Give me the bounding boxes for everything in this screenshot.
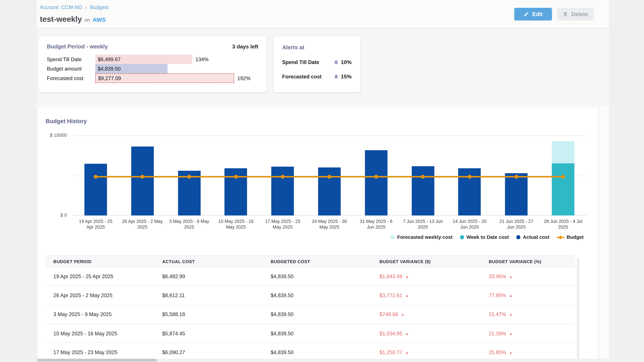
table-row: 19 Apr 2025 - 25 Apr 2025$6,482.99$4,839…: [46, 267, 576, 286]
chart-x-label: 28 Jun 2025 - 4 Jul 2025: [540, 218, 586, 230]
budget-line-point: [94, 175, 98, 179]
legend-label: Actual cost: [523, 234, 550, 240]
table-cell-actual: $6,482.99: [154, 274, 263, 279]
days-left-label: 3 days left: [232, 43, 258, 50]
legend-line-diamond-icon: [557, 235, 564, 239]
bell-icon: [334, 59, 339, 65]
chart-x-label: 7 Jun 2025 - 13 Jun 2025: [400, 218, 446, 230]
breadcrumb-account-link[interactable]: Account: CCM-NG: [40, 4, 82, 10]
budget-row-bar: $9,277.09: [95, 73, 234, 83]
budget-line-point: [468, 175, 472, 179]
variance-up-icon: ▲: [405, 351, 409, 355]
provider-label: AWS: [92, 16, 106, 23]
table-column-header: BUDGETED COST: [263, 259, 372, 264]
table-cell-actual: $5,588.18: [154, 312, 263, 317]
table-cell-period: 3 May 2025 - 9 May 2025: [46, 312, 154, 317]
page-title: test-weekly: [40, 15, 82, 24]
table-cell-actual: $8,612.11: [154, 293, 263, 298]
delete-button-label: Delete: [572, 11, 588, 17]
table-cell-actual: $5,874.45: [154, 331, 263, 336]
horizontal-scrollbar-thumb[interactable]: [37, 359, 157, 362]
chart-x-label: 19 Apr 2025 - 25 Apr 2025: [72, 218, 119, 230]
table-cell-variance_usd: $748.68▲: [372, 312, 481, 317]
chart-x-label: 21 Jun 2025 - 27 Jun 2025: [493, 218, 540, 230]
y-axis-tick-10000: $ 10000: [38, 133, 67, 137]
budget-row-bar-zone: $4,839.50: [95, 64, 168, 73]
edit-button[interactable]: Edit: [514, 8, 552, 21]
y-axis-tick-0: $ 0: [38, 213, 67, 218]
chart-x-labels: 19 Apr 2025 - 25 Apr 202526 Apr 2025 - 2…: [72, 218, 586, 230]
variance-up-icon: ▲: [509, 274, 512, 278]
table-cell-variance_usd: $1,643.49▲: [372, 274, 481, 279]
table-row: 10 May 2025 - 16 May 2025$5,874.45$4,839…: [46, 324, 576, 343]
delete-button[interactable]: Delete: [557, 8, 594, 21]
budget-period-card-header: Budget Period - weekly 3 days left: [47, 43, 258, 50]
table-cell-variance_usd: $1,034.95▲: [372, 331, 481, 336]
legend-diamond: [558, 235, 562, 239]
chart-x-label: 10 May 2025 - 16 May 2025: [212, 218, 259, 230]
breadcrumb-budgets-link[interactable]: Budgets: [90, 4, 109, 10]
variance-up-icon: ▲: [405, 294, 409, 298]
budget-period-row: Forecasted cost$9,277.09192%: [47, 73, 258, 83]
table-scrollbar[interactable]: [577, 258, 579, 362]
table-cell-variance_pct: 33.96%▲: [481, 274, 576, 279]
chart-plot-area: [72, 135, 586, 216]
budget-row-label: Budget amount: [47, 64, 95, 73]
breadcrumb: Account: CCM-NG › Budgets: [40, 4, 109, 10]
table-row: 26 Apr 2025 - 2 May 2025$8,612.11$4,839.…: [46, 286, 576, 305]
variance-up-icon: ▲: [405, 274, 409, 278]
chart-x-label: 24 May 2025 - 30 May 2025: [306, 218, 353, 230]
legend-dot-icon: [390, 235, 394, 239]
budget-line-point: [140, 175, 144, 179]
alert-threshold: 10%: [334, 59, 352, 65]
table-cell-variance_pct: 77.95%▲: [481, 293, 576, 298]
budget-line-point: [421, 175, 425, 179]
alert-row: Spend Till Date10%: [282, 59, 352, 65]
alert-label: Spend Till Date: [282, 59, 319, 65]
budget-period-row: Budget amount$4,839.50: [47, 64, 258, 73]
alert-value: 15%: [341, 73, 352, 80]
budget-row-value: $6,499.67: [95, 56, 120, 62]
horizontal-scrollbar-track: [36, 359, 610, 362]
variance-up-icon: ▲: [509, 332, 512, 336]
budget-row-value: $4,839.50: [95, 66, 120, 71]
budget-row-percent: 134%: [196, 56, 208, 62]
budget-line-point: [514, 175, 518, 179]
content-wrapper: Account: CCM-NG › Budgets test-weekly on…: [36, 0, 610, 362]
bell-icon: [334, 74, 339, 79]
table-cell-period: 26 Apr 2025 - 2 May 2025: [46, 293, 154, 298]
budget-line-point: [374, 175, 378, 179]
budget-row-label: Spend Till Date: [47, 55, 95, 64]
budget-line-point: [328, 175, 332, 179]
budget-line-point: [281, 175, 284, 179]
table-cell-budgeted: $4,839.50: [263, 274, 372, 279]
table-cell-variance_pct: 25.85%▲: [481, 350, 576, 355]
alerts-rows: Spend Till Date10%Forecasted cost15%: [282, 59, 352, 80]
legend-item[interactable]: Forecasted weekly cost: [390, 234, 452, 240]
table-cell-actual: $6,090.27: [154, 350, 263, 355]
page-title-row: test-weekly on AWS: [40, 15, 106, 24]
legend-item[interactable]: Actual cost: [516, 234, 550, 240]
budget-period-card-title: Budget Period - weekly: [47, 43, 108, 50]
table-cell-variance_pct: 15.47%▲: [481, 312, 576, 317]
chart-x-label: 31 May 2025 - 6 Jun 2025: [353, 218, 400, 230]
budget-row-bar-zone: $6,499.67134%: [95, 55, 208, 64]
on-label: on: [84, 17, 90, 23]
legend-item[interactable]: Week to Date cost: [460, 234, 509, 240]
table-cell-budgeted: $4,839.50: [263, 331, 372, 336]
variance-up-icon: ▲: [509, 294, 512, 298]
budget-line-point: [561, 175, 565, 179]
table-row: 3 May 2025 - 9 May 2025$5,588.18$4,839.5…: [46, 305, 576, 324]
legend-item[interactable]: Budget: [557, 234, 584, 240]
budget-detail-page: Account: CCM-NG › Budgets test-weekly on…: [0, 0, 644, 362]
budget-row-bar: $4,839.50: [95, 64, 168, 73]
table-cell-variance_usd: $3,772.61▲: [372, 293, 481, 298]
table-cell-period: 17 May 2025 - 23 May 2025: [46, 350, 154, 355]
chart-legend: Forecasted weekly costWeek to Date costA…: [390, 234, 584, 240]
budget-line-point: [187, 175, 191, 179]
chart-x-label: 3 May 2025 - 9 May 2025: [166, 218, 212, 230]
chart-x-label: 14 Jun 2025 - 20 Jun 2025: [446, 218, 493, 230]
table-cell-budgeted: $4,839.50: [263, 293, 372, 298]
budget-row-bar-zone: $9,277.09192%: [95, 73, 250, 83]
table-cell-variance_pct: 21.39%▲: [481, 331, 576, 336]
